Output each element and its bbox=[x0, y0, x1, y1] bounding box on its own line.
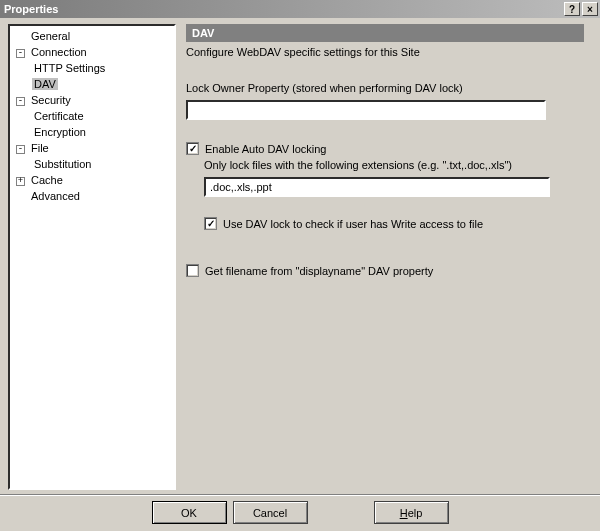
tree-item-dav[interactable]: DAV bbox=[32, 78, 58, 90]
help-button-rest: elp bbox=[408, 507, 423, 519]
tree-item-substitution[interactable]: Substitution bbox=[32, 158, 93, 170]
tree-item-file[interactable]: File bbox=[29, 142, 51, 154]
auto-lock-label: Enable Auto DAV locking bbox=[205, 143, 326, 155]
nav-tree[interactable]: General -Connection HTTP Settings DAV -S… bbox=[8, 24, 176, 490]
panel-description: Configure WebDAV specific settings for t… bbox=[186, 46, 584, 58]
window-title: Properties bbox=[4, 3, 58, 15]
collapse-icon[interactable]: - bbox=[16, 145, 25, 154]
titlebar: Properties ? × bbox=[0, 0, 600, 18]
close-icon[interactable]: × bbox=[582, 2, 598, 16]
button-bar: OK Cancel Help bbox=[0, 494, 600, 530]
extensions-input[interactable] bbox=[204, 177, 550, 197]
lock-owner-input[interactable] bbox=[186, 100, 546, 120]
lock-owner-label: Lock Owner Property (stored when perform… bbox=[186, 82, 584, 94]
cancel-button[interactable]: Cancel bbox=[233, 501, 308, 524]
displayname-row[interactable]: Get filename from "displayname" DAV prop… bbox=[186, 264, 584, 277]
tree-item-encryption[interactable]: Encryption bbox=[32, 126, 88, 138]
help-icon[interactable]: ? bbox=[564, 2, 580, 16]
checkbox-icon[interactable] bbox=[186, 264, 199, 277]
checkbox-icon[interactable]: ✓ bbox=[204, 217, 217, 230]
tree-item-connection[interactable]: Connection bbox=[29, 46, 89, 58]
settings-panel: DAV Configure WebDAV specific settings f… bbox=[176, 24, 590, 494]
tree-item-cache[interactable]: Cache bbox=[29, 174, 65, 186]
panel-header: DAV bbox=[186, 24, 584, 42]
tree-item-security[interactable]: Security bbox=[29, 94, 73, 106]
write-check-label: Use DAV lock to check if user has Write … bbox=[223, 218, 483, 230]
tree-item-certificate[interactable]: Certificate bbox=[32, 110, 86, 122]
auto-lock-row[interactable]: ✓ Enable Auto DAV locking bbox=[186, 142, 584, 155]
extensions-label: Only lock files with the following exten… bbox=[204, 159, 584, 171]
checkbox-icon[interactable]: ✓ bbox=[186, 142, 199, 155]
write-check-row[interactable]: ✓ Use DAV lock to check if user has Writ… bbox=[204, 217, 584, 230]
tree-item-http-settings[interactable]: HTTP Settings bbox=[32, 62, 107, 74]
collapse-icon[interactable]: - bbox=[16, 97, 25, 106]
collapse-icon[interactable]: - bbox=[16, 49, 25, 58]
expand-icon[interactable]: + bbox=[16, 177, 25, 186]
tree-item-general[interactable]: General bbox=[29, 30, 72, 42]
tree-item-advanced[interactable]: Advanced bbox=[29, 190, 82, 202]
displayname-label: Get filename from "displayname" DAV prop… bbox=[205, 265, 433, 277]
ok-button[interactable]: OK bbox=[152, 501, 227, 524]
help-button[interactable]: Help bbox=[374, 501, 449, 524]
